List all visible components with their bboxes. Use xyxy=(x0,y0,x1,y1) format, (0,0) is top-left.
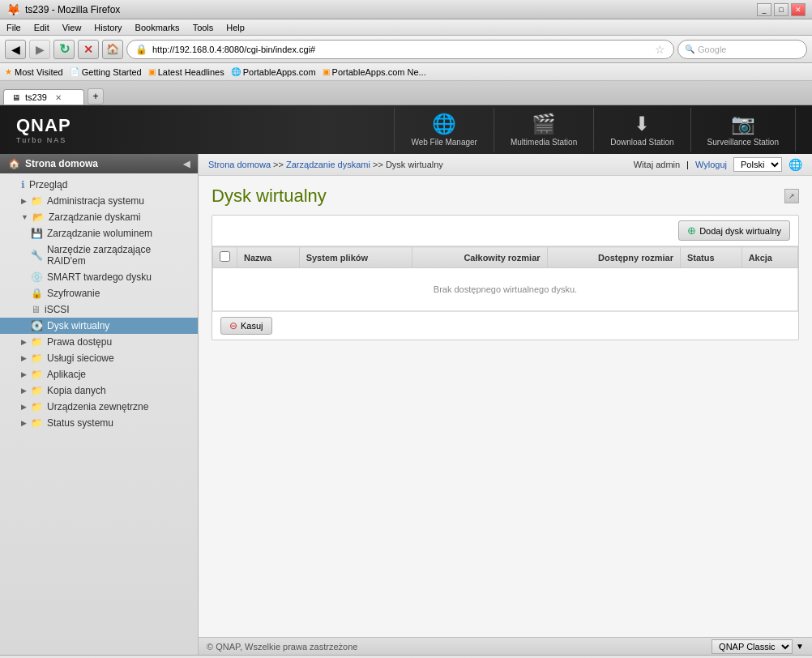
minimize-button[interactable]: _ xyxy=(757,3,771,16)
tab-ts239[interactable]: 🖥 ts239 ✕ xyxy=(3,89,84,105)
sidebar-item-aplikacje[interactable]: ▶ 📁 Aplikacje xyxy=(0,366,198,382)
sidebar-item-urzadzenia-zewnetrzne[interactable]: ▶ 📁 Urządzenia zewnętrzne xyxy=(0,399,198,415)
qnap-logo-sub: Turbo NAS xyxy=(16,136,71,144)
sidebar-item-kopia-danych[interactable]: ▶ 📁 Kopia danych xyxy=(0,382,198,399)
sidebar-item-zarzadzanie-woluminem[interactable]: 💾 Zarządzanie woluminem xyxy=(0,225,198,241)
search-placeholder: Google xyxy=(698,45,726,54)
maximize-button[interactable]: □ xyxy=(774,3,788,16)
panel-toolbar: ⊕ Dodaj dysk wirtualny xyxy=(212,216,798,246)
bookmark-getting-started[interactable]: 📄 Getting Started xyxy=(70,67,142,77)
qnap-sidebar: 🏠 Strona domowa ◀ ℹ Przegląd ▶ 📁 Adminis… xyxy=(0,154,199,655)
menu-help[interactable]: Help xyxy=(226,23,245,32)
menu-history[interactable]: History xyxy=(94,23,122,32)
sidebar-item-label: Status systemu xyxy=(47,417,113,429)
menu-view[interactable]: View xyxy=(62,23,82,32)
globe-icon: 🌐 xyxy=(788,158,802,171)
sidebar-tree: ℹ Przegląd ▶ 📁 Administracja systemu ▼ 📂… xyxy=(0,173,198,434)
delete-icon: ⊖ xyxy=(229,320,237,331)
nav-multimedia-station[interactable]: 🎬 Multimedia Station xyxy=(494,108,593,152)
breadcrumb-zarzadzanie[interactable]: Zarządzanie dyskami xyxy=(286,160,370,169)
bookmark-label: PortableApps.com xyxy=(243,67,316,77)
sidebar-item-przeglad[interactable]: ℹ Przegląd xyxy=(0,177,198,193)
sidebar-item-administracja[interactable]: ▶ 📁 Administracja systemu xyxy=(0,193,198,209)
breadcrumb-sep: >> xyxy=(273,160,286,169)
nav-surveillance-station[interactable]: 📷 Surveillance Station xyxy=(690,108,796,152)
sidebar-item-label: Dysk wirtualny xyxy=(47,320,109,331)
bookmark-headlines[interactable]: ▣ Latest Headlines xyxy=(148,67,224,77)
menu-tools[interactable]: Tools xyxy=(193,23,214,32)
add-disk-button[interactable]: ⊕ Dodaj dysk wirtualny xyxy=(678,220,790,241)
sidebar-item-label: Zarządzanie dyskami xyxy=(49,212,140,223)
sidebar-item-prawa-dostepu[interactable]: ▶ 📁 Prawa dostępu xyxy=(0,334,198,350)
browser-navbar: ◀ ▶ ↻ ✕ 🏠 🔒 http://192.168.0.4:8080/cgi-… xyxy=(0,36,812,63)
url-bar[interactable]: 🔒 http://192.168.0.4:8080/cgi-bin/index.… xyxy=(126,40,674,59)
home-button[interactable]: 🏠 xyxy=(102,40,123,59)
qnap-content-area: 🏠 Strona domowa ◀ ℹ Przegląd ▶ 📁 Adminis… xyxy=(0,154,812,655)
add-disk-label: Dodaj dysk wirtualny xyxy=(699,226,781,236)
sidebar-item-raid[interactable]: 🔧 Narzędzie zarządzające RAID'em xyxy=(0,241,198,269)
qnap-logo-text: QNAP xyxy=(16,115,71,136)
qnap-header: QNAP Turbo NAS 🌐 Web File Manager 🎬 Mult… xyxy=(0,105,812,154)
search-bar[interactable]: 🔍 Google xyxy=(677,40,807,59)
tab-favicon: 🖥 xyxy=(12,93,20,102)
sidebar-item-label: Szyfrowanie xyxy=(47,288,100,299)
sidebar-item-dysk-wirtualny[interactable]: 💽 Dysk wirtualny xyxy=(0,318,198,334)
corner-button[interactable]: ↗ xyxy=(784,189,799,203)
browser-statusbar: Transferring data from 192.168.0.4... xyxy=(0,655,812,658)
folder-icon: 📁 xyxy=(31,385,43,396)
forward-button[interactable]: ▶ xyxy=(29,40,50,59)
iscsi-icon: 🖥 xyxy=(31,304,41,315)
sidebar-item-label: Przegląd xyxy=(29,179,67,190)
reload-button[interactable]: ↻ xyxy=(53,40,75,59)
bookmark-portableapps2[interactable]: ▣ PortableApps.com Ne... xyxy=(323,67,426,77)
bookmark-most-visited[interactable]: ★ Most Visited xyxy=(5,67,63,77)
home-icon: 🏠 xyxy=(8,158,20,169)
delete-button[interactable]: ⊖ Kasuj xyxy=(220,317,272,335)
logout-link[interactable]: Wyloguj xyxy=(695,160,727,169)
menu-file[interactable]: File xyxy=(6,23,21,32)
back-button[interactable]: ◀ xyxy=(5,40,26,59)
nav-web-file-manager[interactable]: 🌐 Web File Manager xyxy=(394,108,494,152)
col-system-plikow: System plików xyxy=(299,247,412,268)
sidebar-collapse-button[interactable]: ◀ xyxy=(183,159,190,169)
sidebar-item-uslugi-sieciowe[interactable]: ▶ 📁 Usługi sieciowe xyxy=(0,350,198,366)
qnap-page: Dysk wirtualny ↗ ⊕ Dodaj dysk wirtualny xyxy=(199,176,812,637)
qnap-bottom: © QNAP, Wszelkie prawa zastrzeżone QNAP … xyxy=(199,637,812,655)
nav-label-ss: Surveillance Station xyxy=(707,138,779,147)
col-dostepny-rozmiar: Dostępny rozmiar xyxy=(547,247,680,268)
tab-close-button[interactable]: ✕ xyxy=(55,93,62,102)
bookmark-star-icon[interactable]: ☆ xyxy=(655,43,665,56)
sidebar-item-label: Aplikacje xyxy=(47,369,86,380)
globe-icon: 🌐 xyxy=(231,67,241,76)
sidebar-item-iscsi[interactable]: 🖥 iSCSI xyxy=(0,301,198,318)
nav-download-station[interactable]: ⬇ Download Station xyxy=(593,108,690,152)
bookmark-portableapps[interactable]: 🌐 PortableApps.com xyxy=(231,67,316,77)
qnap-nav-icons: 🌐 Web File Manager 🎬 Multimedia Station … xyxy=(394,108,796,152)
stop-button[interactable]: ✕ xyxy=(78,40,99,59)
sidebar-item-zarzadzanie-dyskami[interactable]: ▼ 📂 Zarządzanie dyskami xyxy=(0,209,198,225)
folder-icon: 📁 xyxy=(31,352,43,364)
expand-icon: ▶ xyxy=(21,370,27,378)
sidebar-item-label: Administracja systemu xyxy=(47,195,144,207)
language-selector[interactable]: Polski xyxy=(733,157,782,172)
browser-titlebar: 🦊 ts239 - Mozilla Firefox _ □ ✕ xyxy=(0,0,812,19)
breadcrumb-home[interactable]: Strona domowa xyxy=(208,160,271,169)
sidebar-item-status-systemu[interactable]: ▶ 📁 Status systemu xyxy=(0,415,198,431)
menu-edit[interactable]: Edit xyxy=(34,23,49,32)
sidebar-item-label: Kopia danych xyxy=(47,385,106,396)
new-tab-button[interactable]: + xyxy=(88,88,104,105)
sidebar-item-smart[interactable]: 💿 SMART twardego dysku xyxy=(0,269,198,285)
browser-title: ts239 - Mozilla Firefox xyxy=(25,4,120,15)
page-icon: 📄 xyxy=(70,67,79,76)
theme-select[interactable]: QNAP Classic xyxy=(712,639,793,654)
theme-dropdown-icon[interactable]: ▼ xyxy=(796,642,804,651)
menu-bookmarks[interactable]: Bookmarks xyxy=(135,23,180,32)
select-all-checkbox[interactable] xyxy=(220,251,230,262)
open-folder-icon: 📂 xyxy=(32,212,45,223)
qnap-logo: QNAP Turbo NAS xyxy=(16,115,71,144)
sidebar-item-szyfrowanie[interactable]: 🔒 Szyfrowanie xyxy=(0,285,198,301)
close-button[interactable]: ✕ xyxy=(791,3,806,16)
folder-icon: 📁 xyxy=(31,336,43,348)
table-empty-row: Brak dostępnego wirtualnego dysku. xyxy=(213,268,798,311)
col-calkowity-rozmiar: Całkowity rozmiar xyxy=(412,247,547,268)
